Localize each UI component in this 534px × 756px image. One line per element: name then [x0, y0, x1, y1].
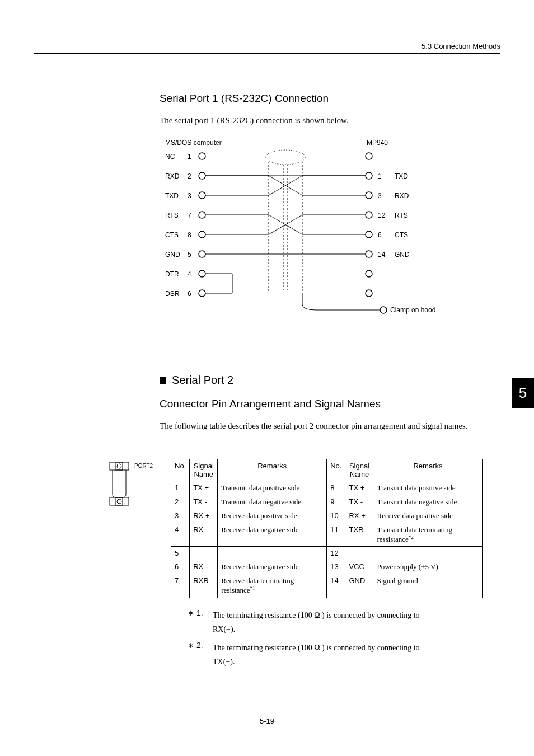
pin-table: No. Signal Name Remarks No. Signal Name … — [171, 459, 483, 598]
th-rem-r: Remarks — [373, 459, 483, 481]
svg-text:GND: GND — [165, 251, 180, 259]
bullet-icon — [160, 377, 166, 384]
fn2-marker: ∗ 2. — [188, 641, 213, 669]
fn2-text2: TX(−). — [213, 658, 235, 666]
svg-text:1: 1 — [378, 172, 382, 180]
section1-intro: The serial port 1 (RS-232C) connection i… — [160, 116, 500, 125]
svg-point-25 — [366, 172, 372, 179]
svg-text:RTS: RTS — [165, 212, 179, 219]
svg-point-2 — [199, 153, 205, 159]
section2-title: Serial Port 2 — [172, 374, 233, 387]
svg-point-11 — [199, 212, 205, 218]
svg-text:6: 6 — [378, 231, 382, 239]
diagram-left-title: MS/DOS computer — [165, 139, 222, 147]
table-row: 7RXRReceive data terminating resistance*… — [171, 574, 483, 598]
svg-rect-66 — [110, 462, 129, 470]
fn2-text: The terminating resistance (100 Ω ) is c… — [213, 644, 420, 652]
fn1-text2: RX(−). — [213, 625, 235, 633]
svg-text:CTS: CTS — [395, 231, 408, 239]
svg-point-28 — [366, 192, 372, 199]
th-no-l: No. — [171, 459, 190, 481]
svg-point-68 — [117, 464, 121, 468]
svg-point-34 — [366, 231, 372, 238]
svg-point-64 — [366, 270, 372, 277]
th-no-r: No. — [327, 459, 345, 481]
svg-point-37 — [366, 251, 372, 257]
footnotes: ∗ 1. The terminating resistance (100 Ω )… — [188, 608, 500, 669]
section1-title: Serial Port 1 (RS-232C) Connection — [160, 92, 500, 105]
th-sig-l: Signal Name — [190, 459, 218, 481]
svg-text:8: 8 — [188, 231, 191, 239]
fn1-text: The terminating resistance (100 Ω ) is c… — [213, 611, 420, 619]
svg-text:DTR: DTR — [165, 270, 179, 278]
svg-text:RTS: RTS — [395, 212, 408, 219]
svg-text:GND: GND — [395, 251, 410, 259]
svg-text:5: 5 — [188, 251, 191, 259]
svg-text:CTS: CTS — [165, 231, 179, 239]
section2-subtitle: Connector Pin Arrangement and Signal Nam… — [160, 398, 500, 410]
table-row: 3RX +Receive data positive side10RX +Rec… — [171, 509, 483, 523]
th-rem-l: Remarks — [218, 459, 327, 481]
svg-text:12: 12 — [378, 212, 386, 219]
svg-text:3: 3 — [188, 192, 191, 200]
svg-point-14 — [199, 231, 205, 238]
svg-point-8 — [199, 192, 205, 199]
svg-text:2: 2 — [188, 172, 191, 180]
wiring-diagram: .t { font: 12px Arial; } .ln { stroke: #… — [160, 137, 473, 321]
svg-text:RXD: RXD — [395, 192, 409, 200]
svg-text:7: 7 — [188, 212, 191, 219]
port2-label: PORT2 — [134, 463, 153, 469]
svg-point-24 — [366, 153, 372, 159]
table-row: 4RX -Receive data negative side11TXRTran… — [171, 523, 483, 547]
svg-text:1: 1 — [188, 153, 191, 161]
svg-point-46 — [380, 307, 387, 313]
svg-point-31 — [366, 212, 372, 218]
port2-connector-icon — [109, 462, 129, 506]
header-section: 5.3 Connection Methods — [421, 42, 500, 50]
svg-point-20 — [199, 270, 205, 277]
header-rule — [34, 53, 500, 54]
svg-text:6: 6 — [188, 290, 191, 298]
svg-text:3: 3 — [378, 192, 382, 200]
diagram-right-title: MP940 — [367, 139, 388, 147]
svg-text:NC: NC — [165, 153, 175, 161]
svg-text:TXD: TXD — [165, 192, 179, 200]
page-tab: 5 — [512, 378, 534, 408]
svg-text:14: 14 — [378, 251, 386, 259]
fn1-marker: ∗ 1. — [188, 608, 213, 636]
svg-point-17 — [199, 251, 205, 257]
svg-point-40 — [266, 150, 305, 165]
svg-point-65 — [366, 290, 372, 297]
svg-point-5 — [199, 172, 205, 179]
svg-text:4: 4 — [188, 270, 191, 278]
th-sig-r: Signal Name — [345, 459, 373, 481]
clamp-label: Clamp on hood — [390, 306, 435, 314]
svg-text:DSR: DSR — [165, 290, 180, 298]
table-row: 1TX +Transmit data positive side8TX +Tra… — [171, 481, 483, 495]
svg-text:TXD: TXD — [395, 172, 408, 180]
page-number: 5-19 — [0, 717, 534, 725]
svg-rect-69 — [110, 497, 129, 505]
table-row: 6RX -Receive data negative side13VCCPowe… — [171, 560, 483, 574]
table-row: 512 — [171, 547, 483, 560]
svg-text:RXD: RXD — [165, 172, 180, 180]
table-row: 2TX -Transmit data negative side9TX -Tra… — [171, 495, 483, 509]
svg-point-23 — [199, 290, 205, 297]
svg-point-71 — [117, 499, 121, 504]
